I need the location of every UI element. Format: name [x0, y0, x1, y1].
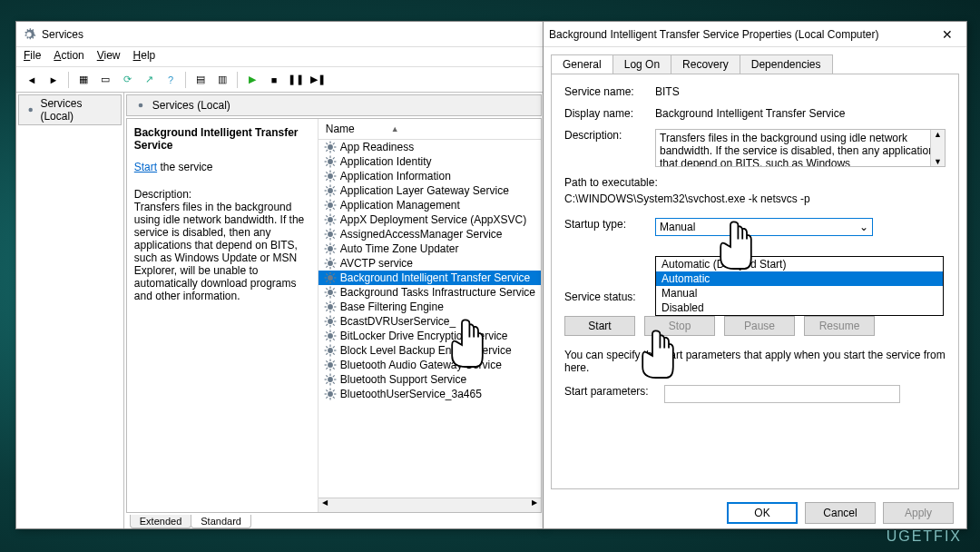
svg-line-98: [333, 295, 335, 297]
svg-line-64: [333, 230, 335, 232]
selected-service-name: Background Intelligent Transfer Service: [134, 126, 310, 152]
tab-standard[interactable]: Standard: [191, 515, 251, 528]
svg-line-144: [326, 368, 328, 370]
service-item[interactable]: Background Tasks Infrastructure Service: [318, 285, 541, 300]
right-pane: Services (Local) Background Intelligent …: [124, 93, 544, 528]
startup-selected: Manual: [660, 221, 695, 233]
tab-logon[interactable]: Log On: [612, 54, 671, 74]
tb-showhide[interactable]: ▦: [74, 70, 93, 90]
service-item[interactable]: Base Filtering Engine: [318, 300, 541, 314]
tb-grid2[interactable]: ▥: [212, 70, 232, 90]
properties-dialog: Background Intelligent Transfer Service …: [543, 21, 967, 529]
service-item[interactable]: Application Layer Gateway Service: [318, 183, 541, 198]
tab-recovery[interactable]: Recovery: [671, 54, 740, 74]
props-titlebar[interactable]: Background Intelligent Transfer Service …: [544, 22, 966, 47]
h-scrollbar[interactable]: ◀ ▶: [318, 498, 541, 512]
desc-label: Description:: [134, 188, 310, 201]
list-header[interactable]: Name ▲: [318, 119, 541, 140]
menu-action[interactable]: Action: [54, 49, 83, 64]
service-item[interactable]: Bluetooth Audio Gateway Service: [318, 358, 541, 372]
services-list[interactable]: App ReadinessApplication IdentityApplica…: [318, 140, 541, 498]
dd-manual[interactable]: Manual: [656, 286, 943, 301]
service-item-label: AppX Deployment Service (AppXSVC): [340, 213, 526, 226]
startup-dropdown[interactable]: Automatic (Delayed Start) Automatic Manu…: [655, 256, 944, 316]
svg-line-18: [326, 164, 328, 166]
service-item[interactable]: App Readiness: [318, 140, 541, 154]
startup-type-select[interactable]: Manual ⌄: [655, 218, 873, 236]
desc-scrollbar[interactable]: ▲▼: [930, 130, 945, 166]
svg-point-65: [328, 246, 333, 251]
svg-line-73: [333, 244, 335, 246]
tb-stop[interactable]: ■: [264, 70, 284, 90]
start-params-input[interactable]: [664, 385, 900, 403]
start-link[interactable]: Start: [134, 161, 157, 173]
svg-line-163: [333, 389, 335, 391]
dd-disabled[interactable]: Disabled: [656, 301, 943, 315]
service-item[interactable]: AppX Deployment Service (AppXSVC): [318, 212, 541, 227]
ok-button[interactable]: OK: [727, 502, 798, 524]
service-item[interactable]: Application Identity: [318, 154, 541, 169]
service-item-label: Application Identity: [340, 155, 432, 168]
service-item[interactable]: AssignedAccessManager Service: [318, 227, 541, 242]
start-button[interactable]: Start: [564, 316, 635, 336]
svg-line-52: [326, 215, 328, 217]
service-item[interactable]: AVCTP service: [318, 256, 541, 271]
service-item[interactable]: Auto Time Zone Updater: [318, 242, 541, 256]
service-item[interactable]: Application Management: [318, 198, 541, 212]
dd-automatic[interactable]: Automatic: [656, 271, 943, 286]
svg-line-88: [326, 273, 328, 275]
dd-automatic-delayed[interactable]: Automatic (Delayed Start): [656, 257, 943, 271]
tb-pause[interactable]: ❚❚: [286, 70, 306, 90]
tb-properties[interactable]: ▭: [95, 70, 115, 90]
tree-item-services-local[interactable]: Services (Local): [18, 94, 122, 125]
svg-line-63: [326, 237, 328, 239]
svg-line-106: [326, 302, 328, 304]
service-item[interactable]: Bluetooth Support Service: [318, 372, 541, 387]
svg-point-47: [328, 217, 333, 222]
svg-line-152: [333, 382, 335, 384]
tree-item-label: Services (Local): [40, 97, 114, 123]
svg-line-91: [333, 273, 335, 275]
service-item[interactable]: BluetoothUserService_3a465: [318, 387, 541, 401]
service-item-label: BitLocker Drive Encryption Service: [340, 330, 508, 342]
tb-back[interactable]: ◄: [22, 70, 42, 90]
menu-help[interactable]: Help: [133, 49, 156, 64]
svg-line-109: [333, 302, 335, 304]
service-item-label: Bluetooth Support Service: [340, 373, 466, 386]
lbl-description: Description:: [564, 129, 655, 167]
resume-button: Resume: [804, 316, 875, 336]
svg-line-143: [333, 368, 335, 370]
tb-start[interactable]: ▶: [242, 70, 262, 90]
tb-restart[interactable]: ▶❚: [308, 70, 328, 90]
svg-line-72: [326, 251, 328, 253]
tab-dependencies[interactable]: Dependencies: [740, 54, 833, 74]
close-icon[interactable]: ✕: [934, 27, 961, 42]
tb-help[interactable]: ?: [161, 70, 181, 90]
svg-line-54: [326, 222, 328, 224]
cancel-button[interactable]: Cancel: [805, 502, 876, 524]
service-item[interactable]: BitLocker Drive Encryption Service: [318, 329, 541, 343]
menu-view[interactable]: View: [97, 49, 121, 64]
service-item[interactable]: Background Intelligent Transfer Service: [318, 271, 541, 285]
tab-extended[interactable]: Extended: [130, 515, 191, 528]
svg-line-116: [333, 324, 335, 326]
description-box[interactable]: Transfers files in the background using …: [655, 129, 946, 167]
svg-line-100: [333, 288, 335, 290]
service-item[interactable]: Block Level Backup Engine Service: [318, 343, 541, 358]
service-item-label: Application Information: [340, 170, 451, 182]
svg-line-97: [326, 288, 328, 290]
svg-line-61: [326, 230, 328, 232]
services-titlebar[interactable]: Services: [16, 22, 544, 47]
menu-file[interactable]: File: [24, 49, 41, 64]
tb-grid1[interactable]: ▤: [191, 70, 211, 90]
tb-refresh[interactable]: ⟳: [117, 70, 137, 90]
list-pane: Name ▲ App ReadinessApplication Identity…: [318, 119, 541, 512]
svg-line-133: [326, 346, 328, 348]
service-item[interactable]: Application Information: [318, 169, 541, 183]
svg-line-124: [326, 331, 328, 333]
tab-general[interactable]: General: [551, 54, 613, 74]
svg-point-0: [28, 108, 32, 112]
tb-forward[interactable]: ►: [44, 70, 64, 90]
tb-export[interactable]: ↗: [139, 70, 159, 90]
service-item[interactable]: BcastDVRUserService_: [318, 314, 541, 329]
